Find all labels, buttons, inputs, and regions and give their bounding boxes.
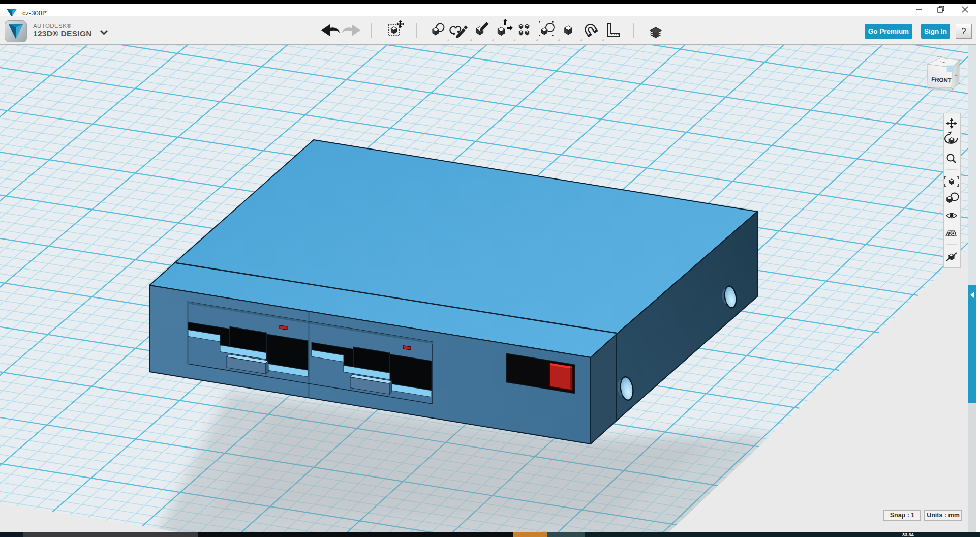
svg-text:FRONT: FRONT [931,76,952,83]
